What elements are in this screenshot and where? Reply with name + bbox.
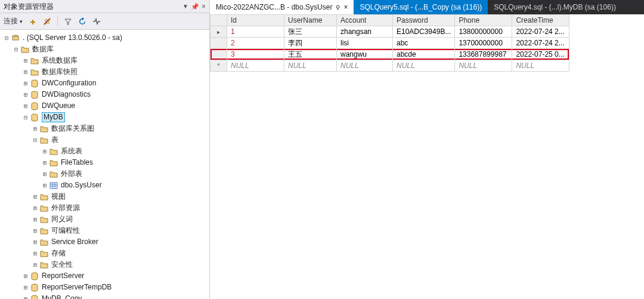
- column-header[interactable]: Phone: [455, 15, 512, 26]
- tree-item[interactable]: ⊞系统表: [1, 146, 208, 157]
- tree-item[interactable]: ⊞DWQueue: [1, 100, 208, 112]
- cell[interactable]: NULL: [512, 60, 569, 72]
- table-row[interactable]: 3王五wangwuabcde1336878999872022-07-25 0..…: [210, 49, 569, 60]
- cell[interactable]: 2022-07-24 2...: [512, 38, 569, 49]
- cell[interactable]: zhangsan: [337, 26, 393, 38]
- expand-icon[interactable]: ⊞: [31, 236, 39, 248]
- expand-icon[interactable]: ⊞: [31, 259, 39, 270]
- tree-item[interactable]: ⊞同义词: [1, 214, 208, 225]
- tree-item[interactable]: ⊞安全性: [1, 259, 208, 270]
- databases-node[interactable]: ⊟ 数据库: [1, 44, 208, 55]
- cell[interactable]: 王五: [284, 49, 337, 60]
- column-header[interactable]: Account: [337, 15, 393, 26]
- expand-icon[interactable]: ⊞: [31, 225, 39, 236]
- tree-item[interactable]: ⊞Service Broker: [1, 236, 208, 248]
- cell[interactable]: 张三: [284, 26, 337, 38]
- expand-icon[interactable]: ⊞: [21, 270, 30, 282]
- tree-item[interactable]: ⊞数据库快照: [1, 66, 208, 78]
- collapse-icon[interactable]: ⊟: [12, 44, 20, 55]
- tree-item[interactable]: ⊞数据库关系图: [1, 123, 208, 134]
- tree-item[interactable]: ⊞外部资源: [1, 202, 208, 214]
- tables-node[interactable]: ⊟ 表: [1, 134, 208, 146]
- server-node[interactable]: ⊟ . (SQL Server 13.0.5026.0 - sa): [1, 32, 208, 44]
- toolbar-disconnect-icon[interactable]: [43, 17, 51, 26]
- tree-item[interactable]: ⊞dbo.SysUser: [1, 180, 208, 191]
- expand-icon[interactable]: ⊞: [31, 202, 39, 214]
- cell[interactable]: E10ADC3949B...: [393, 26, 455, 38]
- cell[interactable]: 1: [227, 26, 284, 38]
- cell[interactable]: NULL: [227, 60, 284, 72]
- column-header[interactable]: UserName: [284, 15, 337, 26]
- pin-icon[interactable]: 📌: [191, 0, 199, 13]
- connect-button[interactable]: 连接 ▾: [4, 16, 23, 26]
- data-grid[interactable]: IdUserNameAccountPasswordPhoneCreateTime…: [210, 14, 644, 299]
- tree-item[interactable]: ⊞系统数据库: [1, 55, 208, 66]
- tree-item[interactable]: ⊞DWDiagnostics: [1, 89, 208, 100]
- expand-icon[interactable]: ⊞: [21, 282, 30, 293]
- tree-item[interactable]: ⊞DWConfiguration: [1, 78, 208, 89]
- tree-item[interactable]: ⊞FileTables: [1, 157, 208, 168]
- document-tab[interactable]: SQLQuery5.sql - (...B_Copy (sa (116)): [354, 0, 488, 14]
- cell[interactable]: NULL: [284, 60, 337, 72]
- expand-icon[interactable]: ⊞: [21, 78, 30, 89]
- expand-icon[interactable]: ⊞: [41, 146, 49, 157]
- expand-icon[interactable]: ⊞: [41, 168, 49, 180]
- expand-icon[interactable]: ⊞: [31, 214, 39, 225]
- cell[interactable]: 2: [227, 38, 284, 49]
- cell[interactable]: 李四: [284, 38, 337, 49]
- collapse-icon[interactable]: ⊟: [31, 134, 39, 146]
- toolbar-filter-icon[interactable]: [64, 17, 72, 26]
- tree-item[interactable]: ⊞外部表: [1, 168, 208, 180]
- document-tab[interactable]: SQLQuery4.sql - (...l).MyDB (sa (106)): [488, 0, 622, 14]
- expand-icon[interactable]: ⊞: [31, 123, 39, 134]
- expand-icon[interactable]: ⊞: [21, 293, 30, 299]
- tree-item[interactable]: ⊞存储: [1, 248, 208, 259]
- cell[interactable]: 133687899987: [455, 49, 512, 60]
- collapse-icon[interactable]: ⊟: [2, 32, 11, 44]
- cell[interactable]: abc: [393, 38, 455, 49]
- pin-icon[interactable]: ⚲: [336, 4, 340, 11]
- close-icon[interactable]: ×: [202, 0, 206, 13]
- cell[interactable]: 13700000000: [455, 38, 512, 49]
- tree-item[interactable]: ⊞MyDB_Copy: [1, 293, 208, 299]
- cell[interactable]: 3: [227, 49, 284, 60]
- column-header[interactable]: Password: [393, 15, 455, 26]
- document-tab[interactable]: Mico-2022ANZGC...B - dbo.SysUser⚲×: [210, 0, 354, 14]
- expand-icon[interactable]: ⊞: [31, 248, 39, 259]
- expand-icon[interactable]: ⊞: [31, 191, 39, 202]
- expand-icon[interactable]: ⊞: [41, 157, 49, 168]
- dropdown-icon[interactable]: ▼: [182, 0, 188, 13]
- object-explorer-tree[interactable]: ⊟ . (SQL Server 13.0.5026.0 - sa) ⊟ 数据库 …: [0, 30, 209, 299]
- toolbar-refresh-icon[interactable]: [78, 17, 86, 26]
- tree-item[interactable]: ⊞ReportServer: [1, 270, 208, 282]
- tree-item[interactable]: ⊞ReportServerTempDB: [1, 282, 208, 293]
- cell[interactable]: NULL: [337, 60, 393, 72]
- cell[interactable]: wangwu: [337, 49, 393, 60]
- cell[interactable]: NULL: [455, 60, 512, 72]
- cell[interactable]: abcde: [393, 49, 455, 60]
- cell[interactable]: 13800000000: [455, 26, 512, 38]
- collapse-icon[interactable]: ⊟: [21, 112, 30, 123]
- cell[interactable]: NULL: [393, 60, 455, 72]
- expand-icon[interactable]: ⊞: [41, 180, 49, 191]
- cell[interactable]: 2022-07-24 2...: [512, 26, 569, 38]
- table-row[interactable]: *NULLNULLNULLNULLNULLNULL: [210, 60, 569, 72]
- expand-icon[interactable]: ⊞: [21, 89, 30, 100]
- toolbar-plug-icon[interactable]: [29, 17, 37, 26]
- toolbar-activity-icon[interactable]: [92, 17, 101, 26]
- close-icon[interactable]: ×: [343, 3, 348, 11]
- tree-item[interactable]: ⊞可编程性: [1, 225, 208, 236]
- expand-icon[interactable]: ⊞: [21, 100, 30, 112]
- column-header[interactable]: Id: [227, 15, 284, 26]
- cell[interactable]: lisi: [337, 38, 393, 49]
- svg-rect-8: [50, 183, 57, 189]
- table-row[interactable]: 2李四lisiabc137000000002022-07-24 2...: [210, 38, 569, 49]
- table-row[interactable]: ▸1张三zhangsanE10ADC3949B...13800000000202…: [210, 26, 569, 38]
- expand-icon[interactable]: ⊞: [21, 55, 30, 66]
- cell[interactable]: 2022-07-25 0...: [512, 49, 569, 60]
- tree-item[interactable]: ⊞视图: [1, 191, 208, 202]
- mydb-node[interactable]: ⊟ MyDB: [1, 112, 208, 123]
- document-tabbar: Mico-2022ANZGC...B - dbo.SysUser⚲×SQLQue…: [210, 0, 644, 14]
- column-header[interactable]: CreateTime: [512, 15, 569, 26]
- expand-icon[interactable]: ⊞: [21, 66, 30, 78]
